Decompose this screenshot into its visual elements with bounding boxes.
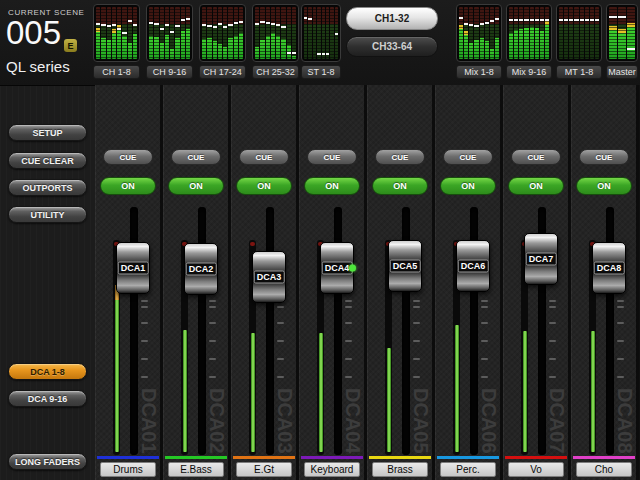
meter-bar [175, 7, 179, 59]
level-meter-fill [183, 330, 187, 452]
fader-scale-tick [617, 340, 624, 342]
bank-button-ch1-32[interactable]: CH1-32 [346, 7, 438, 30]
cue-button[interactable]: CUE [239, 149, 289, 165]
sidebar-button-utility[interactable]: UTILITY [8, 206, 87, 223]
fader-knob[interactable]: DCA1 [116, 242, 150, 294]
fader-knob[interactable]: DCA7 [524, 233, 558, 285]
meter-block-st-1-8[interactable]: ST 1-8 [301, 4, 341, 79]
channel-name-plate[interactable]: E.Gt [236, 462, 292, 477]
fader-scale-tick [481, 322, 488, 324]
fader-position-dash [322, 53, 325, 55]
cue-button[interactable]: CUE [511, 149, 561, 165]
meter-bar-fill [495, 38, 499, 59]
fader-position-dash [590, 19, 594, 21]
on-button[interactable]: ON [508, 177, 564, 195]
cue-button[interactable]: CUE [375, 149, 425, 165]
on-button[interactable]: ON [100, 177, 156, 195]
meter-block-ch-1-8[interactable]: CH 1-8 [93, 4, 140, 79]
fader-knob[interactable]: DCA6 [456, 240, 490, 292]
fader-position-dash [128, 20, 132, 22]
fader-position-dash [112, 24, 116, 26]
fader-position-dash [459, 17, 463, 19]
channel-name-plate[interactable]: E.Bass [168, 462, 224, 477]
fader-position-dash [239, 21, 243, 23]
fader-position-dash [514, 19, 518, 21]
channel-color-bar [573, 456, 635, 459]
fader-knob[interactable]: DCA2 [184, 243, 218, 295]
strip-id-vertical-label: DCA01 [137, 388, 160, 454]
fader-knob[interactable]: DCA8 [592, 242, 626, 294]
fader-knob-label: DCA8 [594, 262, 625, 275]
fader-position-dash [540, 19, 544, 21]
fader-position-dash [122, 32, 126, 34]
meter-bar-fill [266, 36, 270, 59]
meter-box [606, 4, 638, 62]
current-scene-panel[interactable]: CURRENT SCENE 005 E QL series [0, 0, 92, 85]
on-button[interactable]: ON [440, 177, 496, 195]
cue-button[interactable]: CUE [579, 149, 629, 165]
meter-block-ch-9-16[interactable]: CH 9-16 [146, 4, 193, 79]
meter-bar-fill [128, 43, 132, 59]
fader-knob[interactable]: DCA4 [320, 242, 354, 294]
on-button[interactable]: ON [236, 177, 292, 195]
meter-block-mt-1-8[interactable]: MT 1-8 [556, 4, 602, 79]
channel-strip-dca07: CUEONDCA07DCA7Vo [503, 85, 569, 480]
bank-button-ch33-64[interactable]: CH33-64 [346, 36, 438, 57]
meter-bar-peak-cap [609, 26, 617, 30]
fader-knob-label: DCA6 [458, 260, 489, 273]
strip-id-vertical-label: DCA08 [613, 388, 636, 454]
on-button[interactable]: ON [168, 177, 224, 195]
on-button[interactable]: ON [304, 177, 360, 195]
meter-bar [590, 7, 594, 59]
fader-position-dash [559, 19, 563, 21]
meter-block-master[interactable]: Master [606, 4, 638, 79]
meter-bar-fill [271, 33, 275, 59]
on-button[interactable]: ON [576, 177, 632, 195]
fader-scale-tick [617, 300, 624, 302]
meter-box [556, 4, 602, 62]
sidebar-button-outports[interactable]: OUTPORTS [8, 179, 87, 196]
meter-bar [559, 7, 563, 59]
meter-bar-fill [480, 38, 484, 59]
meter-block-mix-1-8[interactable]: Mix 1-8 [456, 4, 502, 79]
meter-bar-fill [202, 39, 206, 59]
meter-bar [524, 7, 528, 59]
meter-bar [128, 7, 132, 59]
meter-bar [564, 7, 568, 59]
cue-button[interactable]: CUE [103, 149, 153, 165]
meter-block-mix-9-16[interactable]: Mix 9-16 [506, 4, 552, 79]
meter-bar-fill [509, 33, 513, 59]
meter-bar [326, 7, 329, 59]
meter-bar [469, 7, 473, 59]
channel-name-plate[interactable]: Brass [372, 462, 428, 477]
on-button[interactable]: ON [372, 177, 428, 195]
level-meter-fill [455, 325, 459, 452]
meter-bar [122, 7, 126, 59]
meter-block-ch-17-24[interactable]: CH 17-24 [199, 4, 246, 79]
sidebar-button-long-faders[interactable]: LONG FADERS [8, 453, 87, 470]
sidebar-button-dca-9-16[interactable]: DCA 9-16 [8, 390, 87, 407]
fader-position-dash [266, 22, 270, 24]
cue-button[interactable]: CUE [307, 149, 357, 165]
cue-button[interactable]: CUE [171, 149, 221, 165]
channel-name-plate[interactable]: Perc. [440, 462, 496, 477]
fader-knob[interactable]: DCA3 [252, 251, 286, 303]
meter-block-ch-25-32[interactable]: CH 25-32 [252, 4, 299, 79]
fader-knob[interactable]: DCA5 [388, 240, 422, 292]
cue-button[interactable]: CUE [443, 149, 493, 165]
sidebar-button-dca-1-8[interactable]: DCA 1-8 [8, 363, 87, 380]
fader-scale-tick [617, 306, 624, 308]
meter-bar-fill [165, 35, 169, 59]
sidebar-button-cue-clear[interactable]: CUE CLEAR [8, 152, 87, 169]
channel-name-plate[interactable]: Drums [100, 462, 156, 477]
channel-name-plate[interactable]: Keyboard [304, 462, 360, 477]
fader-scale-tick [413, 322, 420, 324]
top-bar: CURRENT SCENE 005 E QL series CH1-32 CH3… [0, 0, 640, 85]
fader-position-dash [545, 19, 549, 21]
fader-scale-tick [345, 340, 352, 342]
channel-name-plate[interactable]: Cho [576, 462, 632, 477]
meter-bar [202, 7, 206, 59]
channel-name-plate[interactable]: Vo [508, 462, 564, 477]
sidebar-button-setup[interactable]: SETUP [8, 124, 87, 141]
ql-stagemix-app: CURRENT SCENE 005 E QL series CH1-32 CH3… [0, 0, 640, 480]
